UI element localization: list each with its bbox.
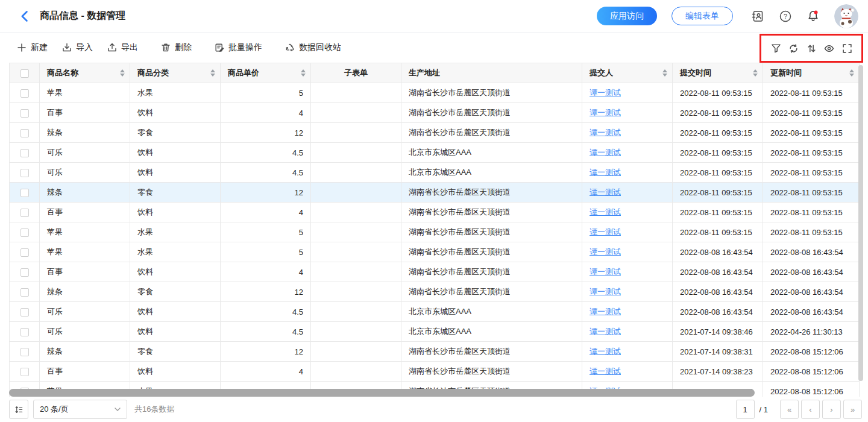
column-label: 生产地址 [409,68,440,77]
column-visibility-button[interactable] [823,42,835,54]
column-label: 商品名称 [47,68,78,77]
column-header-submit_time[interactable]: 提交时间 [673,63,763,83]
row-checkbox[interactable] [20,308,29,316]
delete-button[interactable]: 删除 [161,42,192,53]
row-checkbox[interactable] [20,129,29,137]
row-height-button[interactable] [9,400,28,419]
cell-price: 12 [221,123,311,143]
row-checkbox[interactable] [20,228,29,237]
app-access-button[interactable]: 应用访问 [597,7,657,25]
submitter-link[interactable]: 谭一测试 [590,307,621,316]
submitter-link[interactable]: 谭一测试 [590,187,621,197]
column-header-update_time[interactable]: 更新时间 [763,63,860,83]
cell-update_time: 2022-08-11 09:53:15 [763,123,860,143]
page-size-select[interactable]: 20 条/页 [33,400,127,419]
row-checkbox[interactable] [20,209,29,217]
column-header-price[interactable]: 商品单价 [221,63,311,83]
cell-update_time: 2022-08-08 16:43:54 [763,282,860,302]
edit-form-button[interactable]: 编辑表单 [671,7,733,25]
row-checkbox[interactable] [20,109,29,118]
cell-submitter: 谭一测试 [582,163,673,183]
import-icon [62,43,72,52]
cell-submit_time: 2022-08-08 16:43:54 [673,242,763,262]
submitter-link[interactable]: 谭一测试 [590,148,621,157]
sort-button[interactable] [805,42,817,54]
submitter-link[interactable]: 谭一测试 [590,287,621,296]
sort-carets-icon[interactable] [849,69,854,77]
row-checkbox[interactable] [20,89,29,98]
first-page-button[interactable]: « [780,400,799,419]
submitter-link[interactable]: 谭一测试 [590,207,621,216]
row-checkbox[interactable] [20,288,29,297]
row-checkbox[interactable] [20,348,29,356]
refresh-button[interactable] [788,42,800,54]
fullscreen-button[interactable] [841,42,853,54]
sort-icon [807,43,817,54]
row-checkbox[interactable] [20,248,29,257]
submitter-link[interactable]: 谭一测试 [590,267,621,276]
select-all-checkbox[interactable] [20,69,29,78]
prev-page-button[interactable]: ‹ [801,400,820,419]
submitter-link[interactable]: 谭一测试 [590,347,621,356]
cell-address: 湖南省长沙市岳麓区天顶街道 [401,262,582,282]
current-page-input[interactable] [736,400,755,419]
row-checkbox[interactable] [20,368,29,376]
contacts-button[interactable] [751,10,764,23]
submitter-link[interactable]: 谭一测试 [590,367,621,376]
row-checkbox[interactable] [20,189,29,197]
submitter-link[interactable]: 谭一测试 [590,108,621,117]
row-checkbox[interactable] [20,268,29,277]
export-button[interactable]: 导出 [107,42,138,53]
table-row: 百事饮料4湖南省长沙市岳麓区天顶街道谭一测试2022-08-11 09:53:1… [10,103,860,123]
vertical-scrollbar[interactable] [858,65,863,381]
row-checkbox[interactable] [20,149,29,157]
submitter-link[interactable]: 谭一测试 [590,227,621,236]
table-row: 苹果水果5湖南省长沙市岳麓区天顶街道谭一测试2022-08-11 09:53:1… [10,222,860,242]
cell-submitter: 谭一测试 [582,203,673,222]
batch-operations-button[interactable]: 批量操作 [215,42,262,53]
cell-subform [311,262,401,282]
table-row: 可乐饮料4.5北京市东城区AAA谭一测试2022-08-08 16:43:542… [10,302,860,322]
sort-carets-icon[interactable] [662,69,667,77]
submitter-link[interactable]: 谭一测试 [590,327,621,336]
cell-price: 4 [221,362,311,382]
help-button[interactable]: ? [779,10,792,23]
new-record-button[interactable]: 新建 [17,42,48,53]
column-header-name[interactable]: 商品名称 [40,63,130,83]
column-header-submitter[interactable]: 提交人 [582,63,673,83]
horizontal-scrollbar[interactable] [9,389,755,397]
cell-price: 12 [221,183,311,203]
last-page-button[interactable]: » [843,400,862,419]
column-header-category[interactable]: 商品分类 [130,63,221,83]
user-avatar[interactable] [834,4,858,28]
sort-carets-icon[interactable] [301,69,306,77]
page-title: 商品信息 - 数据管理 [40,10,125,22]
notifications-button[interactable] [807,10,820,23]
back-button[interactable] [18,10,31,23]
row-checkbox[interactable] [20,169,29,177]
sort-carets-icon[interactable] [753,69,758,77]
submitter-link[interactable]: 谭一测试 [590,88,621,97]
submitter-link[interactable]: 谭一测试 [590,128,621,137]
submitter-link[interactable]: 谭一测试 [590,247,621,256]
sort-carets-icon[interactable] [120,69,125,77]
sort-carets-icon[interactable] [210,69,215,77]
row-checkbox[interactable] [20,328,29,336]
cell-update_time: 2022-08-11 09:53:15 [763,222,860,242]
export-label: 导出 [121,42,138,53]
cell-subform [311,183,401,203]
table-row: 可乐饮料4.5北京市东城区AAA谭一测试2022-08-11 09:53:152… [10,143,860,163]
column-label: 商品分类 [137,68,169,77]
cell-subform [311,342,401,362]
cell-select [10,222,40,242]
filter-button[interactable] [770,42,782,54]
column-label: 子表单 [344,68,368,77]
recycle-bin-button[interactable]: 数据回收站 [285,42,341,53]
refresh-icon [788,43,799,54]
submitter-link[interactable]: 谭一测试 [590,168,621,177]
next-page-button[interactable]: › [822,400,841,419]
cell-price: 5 [221,242,311,262]
batch-operations-label: 批量操作 [228,42,262,53]
import-button[interactable]: 导入 [62,42,93,53]
cell-submit_time: 2021-07-14 09:38:46 [673,322,763,342]
